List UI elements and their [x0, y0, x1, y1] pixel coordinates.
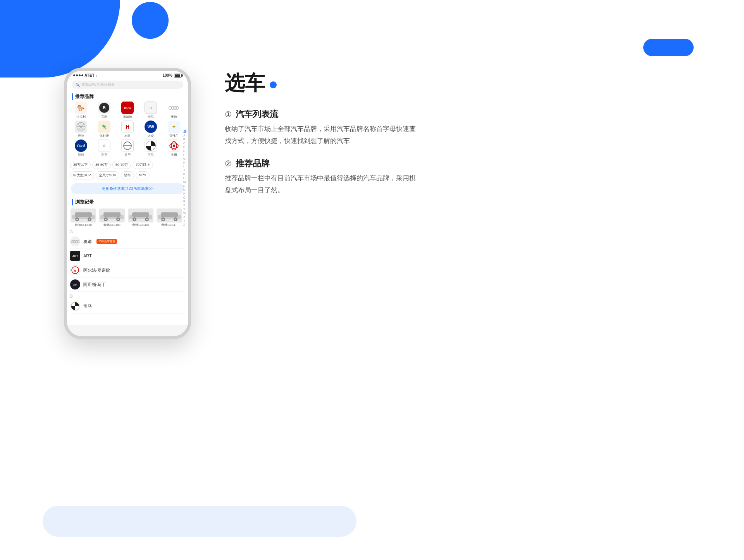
bg-decoration-top-left — [0, 0, 120, 78]
alpha-o[interactable]: O — [183, 188, 186, 191]
brand-item-audi[interactable]: 奥迪 — [163, 102, 185, 119]
brand-logo-bugatti: BUG — [121, 102, 134, 114]
bg-circle — [132, 2, 169, 39]
brand-item-chevrolet[interactable]: ✦ 雪佛兰 — [163, 121, 185, 138]
brand-item-nissan[interactable]: 日产 — [117, 140, 138, 157]
brand-name-honda: 本田 — [124, 134, 131, 138]
brand-list-item-alfa[interactable]: α 阿尔法·罗密欧 — [70, 263, 185, 277]
search-input-box[interactable]: 🔍 搜索品牌/车系/经销商 — [72, 81, 183, 89]
alpha-q[interactable]: Q — [183, 196, 186, 199]
brand-item-bentley[interactable]: B 宾利 — [93, 102, 115, 119]
brand-item-vw[interactable]: VW 大众 — [140, 121, 162, 138]
phone-screen: AT&T ↑ 100% 🔍 搜索品牌/车系/经销商 — [67, 71, 188, 336]
brand-list-name-alfa: 阿尔法·罗密欧 — [83, 267, 110, 273]
svg-point-35 — [162, 219, 164, 220]
brand-item-ford[interactable]: Ford 福特 — [70, 140, 92, 157]
status-right: 100% — [162, 73, 182, 78]
car-name-4: 奔驰GLE4... — [161, 223, 177, 227]
price-filter-70-above[interactable]: 70万以上 — [133, 161, 153, 169]
alpha-e[interactable]: E — [183, 149, 186, 153]
browse-car-3[interactable]: 奔驰GLE400 — [127, 208, 154, 227]
alpha-n[interactable]: N — [183, 184, 186, 188]
browse-car-1[interactable]: 奔驰GLE400 — [70, 208, 96, 227]
alpha-m[interactable]: M — [183, 180, 186, 184]
body-filter-sedan[interactable]: 轿车 — [121, 171, 134, 179]
car-img-2 — [99, 208, 125, 222]
alpha-t[interactable]: T — [183, 207, 186, 211]
battery-percent: 100% — [162, 73, 172, 78]
brand-list-item-audi[interactable]: 奥迪 15款新车在售 — [70, 234, 185, 249]
search-placeholder: 搜索品牌/车系/经销商 — [81, 82, 115, 87]
alphabet-sidebar[interactable]: 选 A B C D E F G H I J K L M N O P — [183, 130, 186, 226]
phone-mockup: AT&T ↑ 100% 🔍 搜索品牌/车系/经销商 — [64, 68, 191, 339]
cta-more-button[interactable]: 更多条件学车共2076款新车>> — [71, 183, 184, 194]
car-name-3: 奔驰GLE400 — [132, 223, 149, 227]
brand-name-chevrolet: 雪佛兰 — [169, 134, 179, 138]
alpha-s[interactable]: S — [183, 203, 186, 207]
alpha-d[interactable]: D — [183, 145, 186, 149]
body-filter-large-suv[interactable]: 中大型SUV — [70, 171, 94, 179]
svg-rect-14 — [75, 212, 92, 217]
brand-list-item-art[interactable]: ART ART — [70, 249, 185, 263]
browse-car-2[interactable]: 奔驰GLE400 — [99, 208, 125, 227]
alpha-k[interactable]: K — [183, 172, 186, 176]
brand-item-buick[interactable]: ⊙ 别克 — [93, 140, 115, 157]
feature-title-1: 汽车列表流 — [236, 109, 278, 120]
browse-history-title: 浏览记录 — [72, 199, 94, 205]
alpha-l[interactable]: L — [183, 176, 186, 180]
brand-logo-chevrolet: ✦ — [168, 121, 180, 133]
main-title-text: 选车 — [225, 70, 265, 97]
price-filter-35-50[interactable]: 35-50万 — [92, 161, 111, 169]
brand-item-hummer[interactable]: H 悍马 — [140, 102, 162, 119]
brand-logo-buick: ⊙ — [98, 140, 110, 152]
brand-item-toyota[interactable]: 丰田 — [163, 140, 185, 157]
alpha-h[interactable]: H — [183, 161, 186, 164]
brand-name-porsche: 保时捷 — [100, 134, 109, 138]
alpha-w[interactable]: W — [183, 211, 186, 215]
body-filter-fullsize-suv[interactable]: 全尺寸SUV — [96, 171, 120, 179]
signal-dot-2 — [76, 74, 78, 76]
brand-name-nissan: 日产 — [124, 153, 131, 157]
feature-heading-2: ② 推荐品牌 — [225, 158, 442, 169]
browse-cars-section: 奔驰GLE400 奔驰GLE400 奔驰GLE400 — [67, 207, 188, 229]
signal-dot-3 — [79, 74, 81, 76]
alpha-b[interactable]: B — [183, 138, 186, 141]
brand-list-item-aston[interactable]: AM 阿斯顿·马丁 — [70, 277, 185, 292]
alpha-z[interactable]: Z — [183, 223, 186, 226]
car-img-4 — [157, 208, 182, 222]
battery-icon — [174, 74, 182, 78]
alpha-select[interactable]: 选 — [183, 130, 186, 133]
brand-list-name-bmw: 宝马 — [83, 303, 92, 309]
alpha-p[interactable]: P — [183, 192, 186, 195]
right-panel: 选车 ① 汽车列表流 收纳了汽车市场上全部汽车品牌，采用汽车品牌名称首字母快速查… — [225, 70, 442, 207]
alpha-a[interactable]: A — [183, 134, 186, 137]
brand-list-item-bmw[interactable]: 宝马 — [70, 299, 185, 314]
brand-item-mercedes[interactable]: 奔驰 — [70, 121, 92, 138]
alpha-x[interactable]: X — [183, 215, 186, 219]
browse-car-4[interactable]: 奔驰GLE4... — [156, 208, 183, 227]
brand-list-logo-alfa: α — [70, 265, 80, 275]
body-filter-mpv[interactable]: MPV — [136, 171, 150, 179]
brand-item-porsche[interactable]: 🦎 保时捷 — [93, 121, 115, 138]
alpha-i[interactable]: I — [183, 165, 186, 168]
brand-item-bugatti[interactable]: BUG 布加迪 — [117, 102, 138, 119]
brand-list-logo-audi — [70, 236, 80, 246]
brand-name-audi: 奥迪 — [171, 115, 177, 119]
alpha-c[interactable]: C — [183, 141, 186, 145]
price-filter-35-below[interactable]: 35万以下 — [70, 161, 91, 169]
alpha-j[interactable]: J — [183, 169, 186, 172]
svg-point-12 — [173, 145, 175, 147]
price-filter-50-70[interactable]: 50-70万 — [112, 161, 131, 169]
brand-item-ferrari[interactable]: 🐎 法拉利 — [70, 102, 92, 119]
alpha-f[interactable]: F — [183, 153, 186, 157]
alpha-y[interactable]: Y — [183, 219, 186, 222]
feature-title-2: 推荐品牌 — [236, 158, 270, 169]
brand-item-bmw[interactable]: 宝马 — [140, 140, 162, 157]
feature-number-2: ② — [225, 159, 232, 168]
car-name-1: 奔驰GLE400 — [75, 223, 92, 227]
alpha-r[interactable]: R — [183, 200, 186, 203]
signal-dot-1 — [73, 74, 75, 76]
alpha-g[interactable]: G — [183, 157, 186, 160]
brand-item-honda[interactable]: H 本田 — [117, 121, 138, 138]
brand-logo-vw: VW — [145, 121, 157, 133]
